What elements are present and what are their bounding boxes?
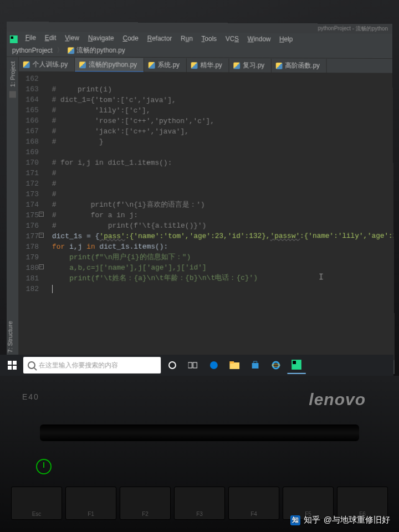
power-button[interactable]	[36, 459, 52, 474]
svg-rect-3	[13, 361, 17, 365]
svg-rect-8	[193, 362, 197, 368]
tab-personal[interactable]: 个人训练.py	[19, 58, 75, 71]
start-button[interactable]	[3, 356, 21, 374]
python-file-icon	[233, 62, 240, 69]
windows-taskbar: 在这里输入你要搜索的内容	[0, 355, 393, 376]
fold-end-icon[interactable]: ⌐	[39, 264, 44, 269]
tool-project[interactable]: 1: Project	[9, 62, 16, 87]
zhihu-icon: 知	[290, 515, 300, 525]
breadcrumb-file[interactable]: 流畅的python.py	[68, 45, 125, 55]
python-file-icon	[68, 47, 75, 54]
svg-rect-1	[11, 37, 13, 39]
chevron-right-icon: 〉	[57, 45, 64, 55]
laptop-hinge	[40, 424, 359, 441]
laptop-bezel: pythonProject - 流畅的python File Edit View…	[0, 0, 399, 532]
search-icon	[28, 361, 35, 369]
menu-file[interactable]: File	[21, 32, 40, 43]
python-file-icon	[149, 62, 155, 68]
svg-rect-4	[8, 366, 12, 370]
python-file-icon	[276, 62, 283, 69]
laptop-model: E40	[22, 392, 39, 401]
text-cursor	[52, 285, 53, 293]
code-area[interactable]: # print(i) # dict_1={'tom':['c','java'],…	[44, 71, 395, 362]
ibeam-cursor-icon: I	[319, 273, 324, 283]
python-file-icon	[23, 61, 30, 68]
editor-tabs: 个人训练.py 流畅的python.py 系统.py 精华.py 复习.py 高…	[19, 57, 393, 73]
file-explorer-icon[interactable]	[225, 356, 244, 374]
tool-structure[interactable]: 7: Structure	[7, 321, 13, 353]
svg-rect-11	[229, 361, 234, 364]
menu-window[interactable]: Window	[243, 33, 275, 44]
task-view-icon[interactable]	[184, 356, 203, 374]
breadcrumb-project[interactable]: pythonProject	[12, 46, 53, 54]
svg-rect-7	[188, 362, 192, 368]
svg-rect-17	[293, 361, 296, 364]
key-f4[interactable]: F4	[228, 487, 279, 520]
key-f1[interactable]: F1	[65, 487, 116, 520]
laptop-brand: lenovo	[309, 390, 366, 409]
breadcrumb: pythonProject 〉 流畅的python.py	[7, 44, 392, 59]
tab-essence[interactable]: 精华.py	[187, 58, 229, 72]
key-f3[interactable]: F3	[174, 487, 225, 520]
menu-tools[interactable]: Tools	[197, 33, 221, 44]
fold-minus-icon[interactable]: −	[39, 212, 44, 217]
tab-fluent-python[interactable]: 流畅的python.py	[75, 58, 144, 71]
ie-icon[interactable]	[267, 356, 285, 374]
ide-screen: pythonProject - 流畅的python File Edit View…	[7, 22, 395, 376]
code-editor[interactable]: 162163164165166167 168169170171172173 17…	[19, 71, 395, 362]
key-f2[interactable]: F2	[120, 487, 171, 520]
menu-view[interactable]: View	[60, 32, 84, 43]
key-esc[interactable]: Esc	[11, 487, 62, 520]
svg-point-14	[273, 362, 279, 369]
pycharm-taskbar-icon[interactable]	[287, 356, 305, 374]
python-file-icon	[79, 62, 86, 68]
menu-vcs[interactable]: VCS	[221, 33, 243, 44]
line-gutter: 162163164165166167 168169170171172173 17…	[19, 71, 44, 362]
menu-code[interactable]: Code	[119, 33, 143, 44]
pycharm-icon	[10, 35, 18, 43]
svg-rect-5	[13, 366, 17, 370]
svg-rect-2	[8, 361, 12, 365]
left-tool-stripe: 1: Project 7: Structure	[7, 57, 19, 362]
tab-review[interactable]: 复习.py	[229, 59, 272, 73]
svg-point-6	[169, 362, 176, 369]
project-icon	[9, 91, 16, 98]
windows-icon	[8, 361, 17, 370]
menu-help[interactable]: Help	[275, 34, 297, 45]
store-icon[interactable]	[246, 356, 265, 374]
tab-hof[interactable]: 高阶函数.py	[272, 59, 327, 73]
python-file-icon	[191, 62, 198, 69]
menu-run[interactable]: Run	[176, 33, 197, 44]
cortana-icon[interactable]	[163, 356, 182, 374]
edge-icon[interactable]	[204, 356, 223, 374]
menu-navigate[interactable]: Navigate	[84, 33, 119, 44]
svg-point-9	[210, 361, 218, 369]
tab-system[interactable]: 系统.py	[144, 58, 187, 72]
zhihu-watermark: 知 知乎 @与地球重修旧好	[290, 515, 390, 525]
fold-minus-icon[interactable]: −	[39, 233, 44, 238]
taskbar-search[interactable]: 在这里输入你要搜索的内容	[23, 357, 161, 374]
laptop-deck: E40 lenovo Esc F1 F2 F3 F4 F5 F6	[0, 376, 399, 532]
menu-refactor[interactable]: Refactor	[143, 33, 177, 44]
menu-edit[interactable]: Edit	[40, 32, 60, 43]
